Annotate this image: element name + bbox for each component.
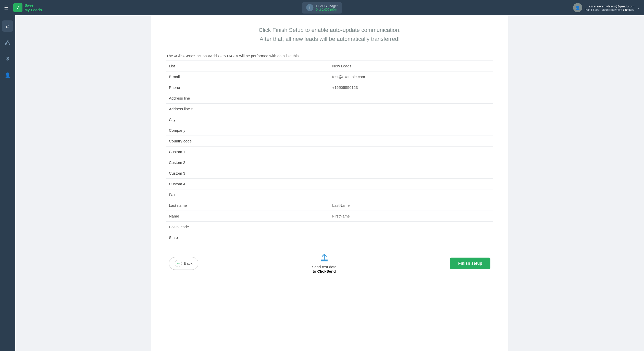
field-label: Name — [166, 211, 330, 222]
user-email: alice.savemyleads@gmail.com — [589, 4, 634, 8]
svg-line-4 — [8, 42, 9, 43]
sidebar-item-account[interactable]: 👤 — [2, 69, 13, 81]
field-value: New Leads — [330, 61, 493, 71]
field-label: City — [166, 114, 330, 125]
table-row: Last name LastName — [166, 200, 493, 211]
field-value — [330, 114, 493, 125]
field-value — [330, 232, 493, 243]
chevron-down-icon[interactable]: ⌄ — [637, 6, 640, 10]
field-value — [330, 222, 493, 232]
user-info: alice.savemyleads@gmail.com Plan | Start… — [585, 4, 634, 11]
field-label: List — [166, 61, 330, 71]
bottom-bar: ✏ Back Send test data to Cli — [166, 253, 493, 273]
table-row: City — [166, 114, 493, 125]
table-row: Phone +16505550123 — [166, 82, 493, 93]
back-button[interactable]: ✏ Back — [169, 257, 198, 270]
top-navigation: ☰ ✓ Save My Leads. i LEADS usage: 0 of 2… — [0, 0, 644, 15]
table-row: Custom 1 — [166, 147, 493, 157]
field-value: LastName — [330, 200, 493, 211]
leads-usage-label: LEADS usage: — [316, 4, 338, 8]
sidebar: ⌂ $ 👤 — [0, 15, 15, 351]
field-value — [330, 125, 493, 136]
field-value: test@example.com — [330, 71, 493, 82]
field-value — [330, 93, 493, 104]
contact-data-table: List New Leads E-mail test@example.com P… — [166, 60, 493, 243]
table-row: List New Leads — [166, 61, 493, 71]
logo-check-icon: ✓ — [13, 3, 22, 12]
sidebar-item-connections[interactable] — [2, 37, 13, 48]
field-label: Custom 3 — [166, 168, 330, 179]
table-description: The «ClickSend» action «Add CONTACT» wil… — [166, 54, 493, 58]
table-row: Name FirstName — [166, 211, 493, 222]
svg-point-0 — [7, 40, 8, 42]
send-test-label: Send test data to ClickSend — [312, 265, 337, 273]
field-value — [330, 157, 493, 168]
sidebar-item-billing[interactable]: $ — [2, 53, 13, 64]
table-row: Custom 4 — [166, 179, 493, 189]
field-label: Custom 1 — [166, 147, 330, 157]
svg-rect-6 — [321, 260, 328, 261]
avatar: 👤 — [573, 3, 582, 12]
upload-icon — [320, 253, 329, 264]
table-row: Address line — [166, 93, 493, 104]
info-icon: i — [306, 4, 313, 11]
field-value — [330, 168, 493, 179]
field-label: Company — [166, 125, 330, 136]
table-row: Postal code — [166, 222, 493, 232]
field-label: Custom 4 — [166, 179, 330, 189]
table-row: Country code — [166, 136, 493, 147]
table-row: Company — [166, 125, 493, 136]
field-value — [330, 189, 493, 200]
field-label: Address line 2 — [166, 104, 330, 114]
table-row: State — [166, 232, 493, 243]
table-row: Fax — [166, 189, 493, 200]
table-row: Custom 3 — [166, 168, 493, 179]
table-row: E-mail test@example.com — [166, 71, 493, 82]
field-value — [330, 179, 493, 189]
field-label: Last name — [166, 200, 330, 211]
table-row: Address line 2 — [166, 104, 493, 114]
field-label: State — [166, 232, 330, 243]
field-value — [330, 147, 493, 157]
hamburger-menu-icon[interactable]: ☰ — [4, 5, 9, 11]
field-label: Postal code — [166, 222, 330, 232]
svg-line-3 — [6, 42, 8, 43]
user-plan: Plan | Start | left until payment 389 da… — [585, 8, 634, 11]
field-label: Address line — [166, 93, 330, 104]
field-value — [330, 136, 493, 147]
page-header-text: Click Finish Setup to enable auto-update… — [166, 26, 493, 43]
svg-point-2 — [9, 43, 10, 45]
pencil-icon: ✏ — [175, 260, 182, 267]
field-value — [330, 104, 493, 114]
main-content: Click Finish Setup to enable auto-update… — [15, 15, 644, 351]
page-header: Click Finish Setup to enable auto-update… — [166, 26, 493, 43]
field-label: Country code — [166, 136, 330, 147]
send-test-button[interactable]: Send test data to ClickSend — [312, 253, 337, 273]
logo-text: Save My Leads. — [24, 3, 43, 12]
user-menu[interactable]: 👤 alice.savemyleads@gmail.com Plan | Sta… — [573, 3, 640, 12]
sidebar-item-home[interactable]: ⌂ — [2, 20, 13, 32]
table-row: Custom 2 — [166, 157, 493, 168]
field-label: Fax — [166, 189, 330, 200]
leads-usage-widget[interactable]: i LEADS usage: 0 of 2'000 (0%) — [302, 2, 342, 14]
field-label: Phone — [166, 82, 330, 93]
finish-setup-button[interactable]: Finish setup — [450, 258, 490, 269]
field-label: Custom 2 — [166, 157, 330, 168]
field-value: FirstName — [330, 211, 493, 222]
field-value: +16505550123 — [330, 82, 493, 93]
logo: ✓ Save My Leads. — [13, 3, 43, 12]
svg-point-1 — [5, 43, 7, 45]
leads-usage-value: 0 of 2'000 (0%) — [316, 8, 338, 11]
field-label: E-mail — [166, 71, 330, 82]
